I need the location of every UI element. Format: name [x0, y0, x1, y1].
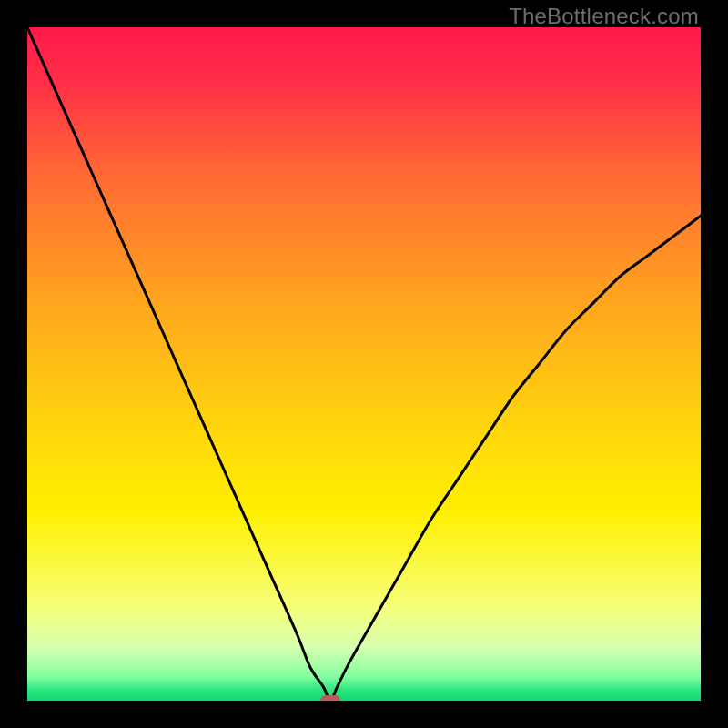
chart-frame: TheBottleneck.com: [0, 0, 728, 728]
optimum-marker: [320, 695, 340, 701]
bottleneck-curve: [27, 27, 701, 701]
watermark-text: TheBottleneck.com: [509, 4, 699, 29]
plot-area: [27, 27, 701, 701]
